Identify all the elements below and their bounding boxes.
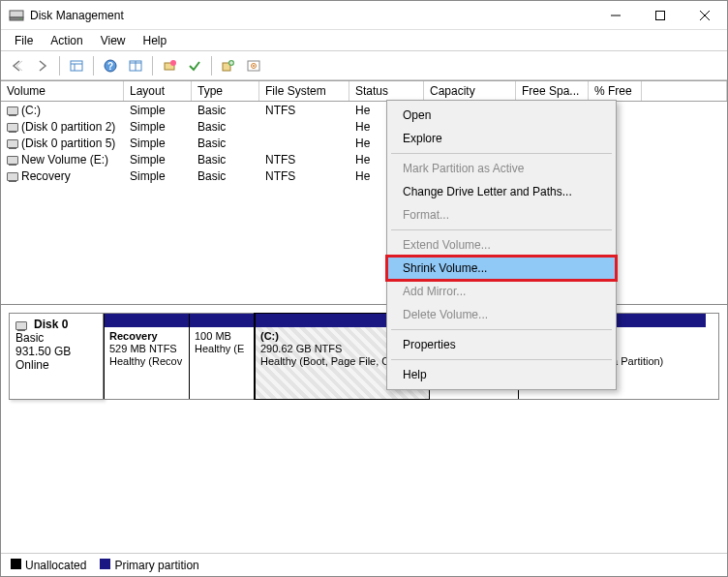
volume-name: (C:) (21, 104, 41, 117)
drive-icon (7, 172, 18, 181)
partition-color-bar (105, 314, 189, 327)
partition-color-bar (190, 314, 255, 327)
disk-size: 931.50 GB (15, 345, 97, 358)
toolbar-separator (93, 56, 94, 76)
help-icon[interactable]: ? (100, 55, 121, 76)
volume-status: He (349, 137, 375, 150)
menu-format[interactable]: Format... (389, 203, 614, 227)
col-spacer (642, 81, 727, 101)
drive-icon (7, 156, 18, 165)
volume-layout: Simple (124, 169, 192, 183)
volume-table-header: Volume Layout Type File System Status Ca… (1, 80, 727, 102)
partition-name: Recovery (109, 330, 184, 343)
legend-primary: Primary partition (100, 559, 198, 572)
col-status[interactable]: Status (349, 81, 424, 101)
table-row[interactable]: (Disk 0 partition 2) Simple Basic He (1, 118, 727, 135)
toolbar-separator (152, 56, 153, 76)
window-controls (593, 1, 727, 29)
legend-swatch-blue (100, 559, 110, 569)
volume-fs: NTFS (259, 153, 349, 167)
action-icon[interactable] (218, 55, 239, 76)
col-type[interactable]: Type (192, 81, 259, 101)
volume-fs: NTFS (259, 104, 349, 117)
volume-table-body: (C:) Simple Basic NTFS He (Disk 0 partit… (1, 102, 727, 305)
menu-mirror[interactable]: Add Mirror... (389, 280, 614, 303)
volume-layout: Simple (124, 137, 192, 150)
menu-properties[interactable]: Properties (389, 333, 614, 356)
col-layout[interactable]: Layout (124, 81, 192, 101)
menu-separator (391, 229, 612, 230)
volume-type: Basic (192, 169, 259, 183)
col-capacity[interactable]: Capacity (424, 81, 516, 101)
legend: Unallocated Primary partition (1, 553, 727, 576)
toolbar-separator (59, 56, 60, 76)
col-filesystem[interactable]: File System (259, 81, 349, 101)
toolbar: ? (1, 51, 727, 80)
volume-type: Basic (192, 120, 259, 134)
toolbar-separator (211, 56, 212, 76)
check-icon[interactable] (184, 55, 205, 76)
menu-separator (391, 359, 612, 360)
volume-type: Basic (192, 137, 259, 150)
volume-status: He (349, 169, 375, 183)
svg-text:?: ? (107, 61, 113, 72)
title-bar: Disk Management (1, 1, 727, 30)
svg-point-21 (253, 65, 255, 67)
legend-swatch-black (11, 559, 21, 569)
menu-change-letter[interactable]: Change Drive Letter and Paths... (389, 180, 614, 203)
col-pct[interactable]: % Free (589, 81, 642, 101)
menu-delete[interactable]: Delete Volume... (389, 303, 614, 326)
menu-extend[interactable]: Extend Volume... (389, 233, 614, 257)
col-free[interactable]: Free Spa... (516, 81, 589, 101)
volume-type: Basic (192, 104, 259, 117)
menu-mark-active[interactable]: Mark Partition as Active (389, 157, 614, 180)
forward-button[interactable] (32, 55, 53, 76)
volume-layout: Simple (124, 120, 192, 134)
partition[interactable]: Recovery529 MB NTFSHealthy (Recov (104, 314, 189, 399)
settings-icon[interactable] (159, 55, 180, 76)
disk-name: Disk 0 (34, 318, 68, 331)
view-icon[interactable] (66, 55, 87, 76)
list-icon[interactable] (125, 55, 146, 76)
menu-view[interactable]: View (93, 32, 134, 49)
partition[interactable]: 100 MBHealthy (E (189, 314, 255, 399)
window-title: Disk Management (30, 9, 124, 22)
partition-size: 100 MB (195, 330, 250, 343)
menu-help[interactable]: Help (136, 32, 175, 49)
table-row[interactable]: New Volume (E:) Simple Basic NTFS He (1, 151, 727, 167)
maximize-button[interactable] (638, 1, 682, 29)
app-icon (9, 8, 24, 23)
menu-action[interactable]: Action (43, 32, 90, 49)
drive-icon (7, 106, 18, 115)
volume-fs: NTFS (259, 169, 349, 183)
drive-icon (7, 139, 18, 148)
close-button[interactable] (682, 1, 727, 29)
disk-graphic-panel: Disk 0 Basic 931.50 GB Online Recovery52… (1, 305, 727, 408)
menu-help[interactable]: Help (389, 363, 614, 386)
menu-explore[interactable]: Explore (389, 127, 614, 150)
minimize-button[interactable] (593, 1, 638, 29)
drive-icon (7, 123, 18, 132)
menu-shrink[interactable]: Shrink Volume... (387, 257, 616, 280)
gear-icon[interactable] (243, 55, 264, 76)
table-row[interactable]: (C:) Simple Basic NTFS He (1, 102, 727, 118)
menu-open[interactable]: Open (389, 104, 614, 127)
table-row[interactable]: Recovery Simple Basic NTFS He (1, 167, 727, 184)
back-button[interactable] (7, 55, 28, 76)
svg-point-2 (19, 17, 21, 19)
menu-file[interactable]: File (7, 32, 41, 49)
svg-point-16 (170, 60, 176, 66)
col-volume[interactable]: Volume (1, 81, 124, 101)
table-row[interactable]: (Disk 0 partition 5) Simple Basic He (1, 135, 727, 151)
volume-type: Basic (192, 153, 259, 167)
disk-info[interactable]: Disk 0 Basic 931.50 GB Online (9, 313, 104, 400)
svg-rect-1 (10, 17, 23, 20)
svg-rect-4 (656, 11, 665, 19)
volume-status: He (349, 153, 375, 167)
volume-layout: Simple (124, 153, 192, 167)
volume-layout: Simple (124, 104, 192, 117)
volume-name: (Disk 0 partition 5) (21, 137, 115, 150)
svg-rect-0 (10, 11, 23, 17)
volume-name: New Volume (E:) (21, 153, 108, 167)
disk-type: Basic (15, 331, 97, 345)
